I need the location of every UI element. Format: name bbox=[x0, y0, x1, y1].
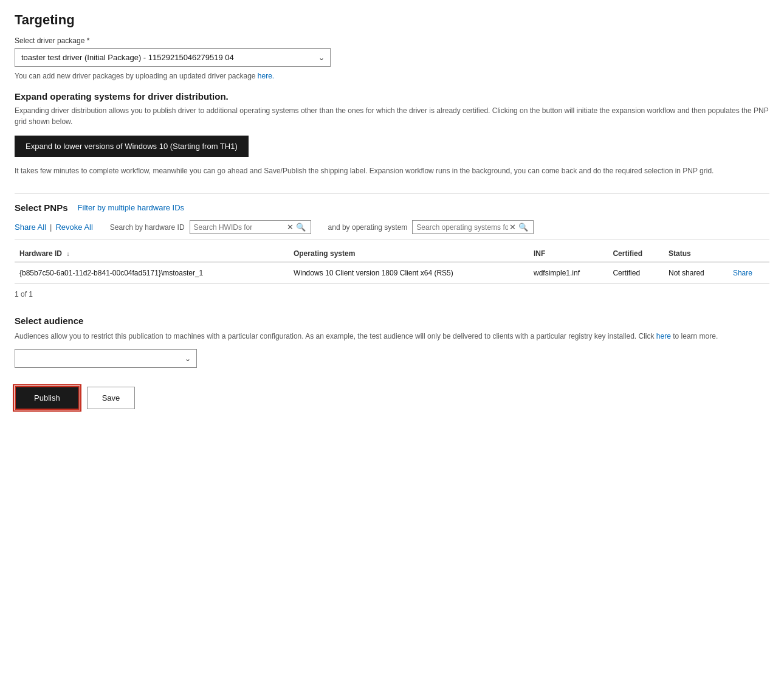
revoke-all-link[interactable]: Revoke All bbox=[55, 223, 92, 232]
footer-buttons: Publish Save bbox=[15, 386, 769, 410]
os-clear-icon[interactable]: ✕ bbox=[508, 223, 517, 232]
hwid-search-label: Search by hardware ID bbox=[110, 223, 185, 232]
cell-status: Not shared bbox=[664, 262, 728, 284]
select-pnps-title: Select PNPs bbox=[15, 202, 68, 213]
select-pnps-header: Select PNPs Filter by multiple hardware … bbox=[15, 202, 769, 213]
save-button[interactable]: Save bbox=[87, 387, 136, 409]
os-search-input[interactable] bbox=[416, 223, 508, 232]
pnp-toolbar: Share All | Revoke All Search by hardwar… bbox=[15, 220, 769, 240]
os-search-icon[interactable]: 🔍 bbox=[517, 223, 529, 232]
driver-package-select-wrapper: toaster test driver (Initial Package) - … bbox=[15, 48, 331, 67]
col-inf: INF bbox=[529, 246, 608, 262]
os-search-group: and by operating system ✕ 🔍 bbox=[328, 220, 534, 234]
pnp-table: Hardware ID ↓ Operating system INF Certi… bbox=[15, 246, 769, 284]
sort-arrow-icon: ↓ bbox=[66, 250, 69, 257]
info-text: It takes few minutes to complete workflo… bbox=[15, 165, 769, 176]
publish-button[interactable]: Publish bbox=[15, 386, 80, 410]
cell-certified: Certified bbox=[608, 262, 664, 284]
expand-button[interactable]: Expand to lower versions of Windows 10 (… bbox=[15, 136, 249, 157]
helper-link[interactable]: here. bbox=[258, 72, 274, 80]
hwid-search-input[interactable] bbox=[194, 223, 286, 232]
audience-title: Select audience bbox=[15, 316, 769, 326]
section-divider bbox=[15, 193, 769, 194]
col-hardware-id[interactable]: Hardware ID ↓ bbox=[15, 246, 289, 262]
driver-package-label: Select driver package * bbox=[15, 36, 769, 45]
hwid-search-box: ✕ 🔍 bbox=[190, 220, 311, 234]
driver-package-select[interactable]: toaster test driver (Initial Package) - … bbox=[15, 48, 331, 67]
hwid-search-icon[interactable]: 🔍 bbox=[295, 223, 307, 232]
col-operating-system: Operating system bbox=[289, 246, 529, 262]
hwid-search-group: Search by hardware ID ✕ 🔍 bbox=[110, 220, 311, 234]
expand-description: Expanding driver distribution allows you… bbox=[15, 105, 769, 127]
filter-multiple-hwids-link[interactable]: Filter by multiple hardware IDs bbox=[78, 203, 185, 212]
hwid-clear-icon[interactable]: ✕ bbox=[286, 223, 295, 232]
audience-learn-more-link[interactable]: here bbox=[656, 332, 671, 340]
audience-description: Audiences allow you to restrict this pub… bbox=[15, 331, 769, 342]
pagination-info: 1 of 1 bbox=[15, 290, 769, 299]
audience-select[interactable] bbox=[15, 349, 197, 368]
page-title: Targeting bbox=[15, 12, 769, 28]
os-search-label: and by operating system bbox=[328, 223, 408, 232]
cell-share-action[interactable]: Share bbox=[728, 262, 769, 284]
cell-operating-system: Windows 10 Client version 1809 Client x6… bbox=[289, 262, 529, 284]
table-row: {b85b7c50-6a01-11d2-b841-00c04fad5171}\m… bbox=[15, 262, 769, 284]
table-header-row: Hardware ID ↓ Operating system INF Certi… bbox=[15, 246, 769, 262]
pnp-table-body: {b85b7c50-6a01-11d2-b841-00c04fad5171}\m… bbox=[15, 262, 769, 284]
os-search-box: ✕ 🔍 bbox=[412, 220, 534, 234]
expand-title: Expand operating systems for driver dist… bbox=[15, 91, 769, 102]
share-revoke-links: Share All | Revoke All bbox=[15, 223, 93, 232]
audience-section: Select audience Audiences allow you to r… bbox=[15, 316, 769, 368]
audience-select-wrapper: ⌄ bbox=[15, 349, 197, 368]
cell-hardware-id: {b85b7c50-6a01-11d2-b841-00c04fad5171}\m… bbox=[15, 262, 289, 284]
share-all-link[interactable]: Share All bbox=[15, 223, 46, 232]
cell-inf: wdfsimple1.inf bbox=[529, 262, 608, 284]
col-certified: Certified bbox=[608, 246, 664, 262]
col-status: Status bbox=[664, 246, 728, 262]
col-action bbox=[728, 246, 769, 262]
toolbar-separator: | bbox=[50, 223, 52, 232]
helper-text: You can add new driver packages by uploa… bbox=[15, 72, 769, 80]
